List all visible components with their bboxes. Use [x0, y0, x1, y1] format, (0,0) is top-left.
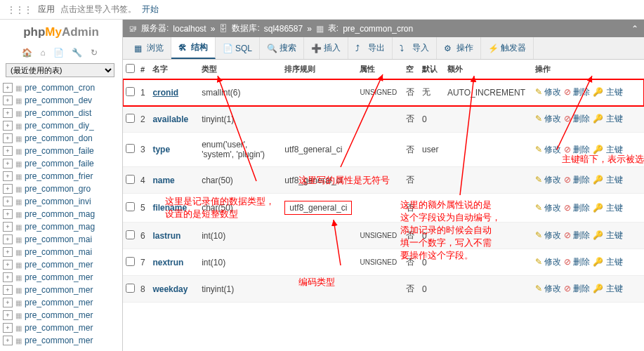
check-all[interactable]	[126, 64, 135, 73]
sidebar-item-table[interactable]: +▦pre_common_mer	[3, 284, 119, 296]
column-name[interactable]: available	[152, 114, 188, 124]
edit-action[interactable]: ✎ 修改	[535, 284, 561, 293]
tab-4[interactable]: ➕插入	[304, 37, 348, 59]
expand-icon[interactable]: +	[3, 121, 13, 131]
pk-action[interactable]: 🔑 主键	[593, 257, 622, 267]
sidebar-quick-icons[interactable]: 🏠 ⌂ 📄 🔧 ↻	[0, 45, 122, 60]
row-check[interactable]	[126, 114, 135, 123]
expand-icon[interactable]: +	[3, 133, 13, 143]
drop-action[interactable]: ⊘ 删除	[564, 203, 590, 213]
pk-action[interactable]: 🔑 主键	[593, 114, 622, 124]
sidebar-item-table[interactable]: +▦pre_common_mag	[3, 208, 119, 220]
row-check[interactable]	[126, 230, 135, 239]
drop-action[interactable]: ⊘ 删除	[564, 284, 590, 293]
tab-6[interactable]: ⤵导入	[393, 37, 437, 59]
expand-icon[interactable]: +	[3, 310, 13, 320]
row-check[interactable]	[126, 284, 135, 293]
panel-collapse-icon[interactable]: ⌃	[631, 24, 638, 34]
column-name[interactable]: weekday	[152, 284, 188, 294]
expand-icon[interactable]: +	[3, 146, 13, 156]
pk-action[interactable]: 🔑 主键	[593, 145, 622, 154]
drop-action[interactable]: ⊘ 删除	[564, 175, 590, 185]
row-check[interactable]	[126, 257, 135, 266]
edit-action[interactable]: ✎ 修改	[535, 87, 561, 97]
expand-icon[interactable]: +	[3, 260, 13, 270]
tab-0[interactable]: ▦浏览	[127, 37, 171, 59]
expand-icon[interactable]: +	[3, 285, 13, 295]
sidebar-item-table[interactable]: +▦pre_common_diy_	[3, 119, 119, 132]
pk-action[interactable]: 🔑 主键	[593, 175, 622, 185]
expand-icon[interactable]: +	[3, 323, 13, 333]
column-name[interactable]: type	[152, 145, 170, 154]
edit-action[interactable]: ✎ 修改	[535, 230, 561, 240]
edit-action[interactable]: ✎ 修改	[535, 203, 561, 213]
column-name[interactable]: lastrun	[152, 231, 180, 241]
expand-icon[interactable]: +	[3, 184, 13, 194]
expand-icon[interactable]: +	[3, 272, 13, 282]
start-link[interactable]: 开始	[142, 4, 159, 15]
sidebar-item-table[interactable]: +▦pre_common_mai	[3, 246, 119, 258]
sidebar-item-table[interactable]: +▦pre_common_mag	[3, 220, 119, 233]
tab-5[interactable]: ⤴导出	[348, 37, 393, 59]
expand-icon[interactable]: +	[3, 197, 13, 206]
drop-action[interactable]: ⊘ 删除	[564, 114, 590, 124]
tab-7[interactable]: ⚙操作	[437, 37, 481, 59]
sidebar-item-table[interactable]: +▦pre_common_mai	[3, 233, 119, 246]
expand-icon[interactable]: +	[3, 209, 13, 219]
logo[interactable]: phpMyAdmin	[0, 20, 122, 45]
column-name[interactable]: nextrun	[152, 258, 183, 267]
expand-icon[interactable]: +	[3, 234, 13, 244]
expand-icon[interactable]: +	[3, 171, 13, 181]
crumb-db[interactable]: sql486587	[264, 24, 303, 34]
row-check[interactable]	[126, 144, 135, 153]
sidebar-item-table[interactable]: +▦pre_common_mer	[3, 322, 119, 334]
pk-action[interactable]: 🔑 主键	[593, 230, 622, 240]
column-name[interactable]: filename	[152, 203, 187, 213]
expand-icon[interactable]: +	[3, 298, 13, 307]
row-check[interactable]	[126, 202, 135, 211]
edit-action[interactable]: ✎ 修改	[535, 114, 561, 124]
sidebar-item-table[interactable]: +▦pre_common_mer	[3, 258, 119, 271]
sidebar-item-table[interactable]: +▦pre_common_dist	[3, 107, 119, 119]
sidebar-item-table[interactable]: +▦pre_common_faile	[3, 145, 119, 157]
sidebar-item-table[interactable]: +▦pre_common_don	[3, 132, 119, 145]
expand-icon[interactable]: +	[3, 336, 13, 345]
column-name[interactable]: name	[152, 176, 174, 185]
column-name[interactable]: cronid	[152, 88, 178, 98]
sidebar-item-table[interactable]: +▦pre_common_invi	[3, 195, 119, 208]
sidebar-item-table[interactable]: +▦pre_common_mer	[3, 271, 119, 284]
crumb-server[interactable]: localhost	[173, 24, 206, 34]
pk-action[interactable]: 🔑 主键	[593, 203, 622, 213]
sidebar-item-table[interactable]: +▦pre_common_gro	[3, 183, 119, 195]
edit-action[interactable]: ✎ 修改	[535, 175, 561, 185]
expand-icon[interactable]: +	[3, 83, 13, 93]
tab-8[interactable]: ⚡触发器	[481, 37, 534, 59]
expand-icon[interactable]: +	[3, 222, 13, 232]
row-check[interactable]	[126, 87, 135, 96]
crumb-table[interactable]: pre_common_cron	[343, 24, 413, 34]
apps-label[interactable]: 应用	[38, 4, 55, 15]
edit-action[interactable]: ✎ 修改	[535, 145, 561, 154]
edit-action[interactable]: ✎ 修改	[535, 257, 561, 267]
sidebar-item-table[interactable]: +▦pre_common_mer	[3, 296, 119, 309]
drop-action[interactable]: ⊘ 删除	[564, 230, 590, 240]
expand-icon[interactable]: +	[3, 108, 13, 118]
sidebar-item-table[interactable]: +▦pre_common_dev	[3, 94, 119, 107]
sidebar-item-table[interactable]: +▦pre_common_cron	[3, 81, 119, 94]
expand-icon[interactable]: +	[3, 95, 13, 105]
sidebar-item-table[interactable]: +▦pre_common_mer	[3, 309, 119, 322]
apps-icon[interactable]: ⋮⋮⋮	[7, 5, 32, 15]
tab-1[interactable]: 🛠结构	[171, 37, 216, 59]
import-hint[interactable]: 点击这里导入书签。	[60, 4, 136, 15]
drop-action[interactable]: ⊘ 删除	[564, 257, 590, 267]
sidebar-item-table[interactable]: +▦pre_common_mer	[3, 334, 119, 347]
drop-action[interactable]: ⊘ 删除	[564, 87, 590, 97]
recent-tables-select[interactable]: (最近使用的表)	[6, 63, 114, 77]
tab-2[interactable]: 📄SQL	[216, 37, 260, 59]
expand-icon[interactable]: +	[3, 159, 13, 168]
pk-action[interactable]: 🔑 主键	[593, 284, 622, 293]
sidebar-item-table[interactable]: +▦pre_common_frier	[3, 170, 119, 183]
sidebar-item-table[interactable]: +▦pre_common_faile	[3, 157, 119, 170]
tab-3[interactable]: 🔍搜索	[260, 37, 304, 59]
expand-icon[interactable]: +	[3, 247, 13, 257]
